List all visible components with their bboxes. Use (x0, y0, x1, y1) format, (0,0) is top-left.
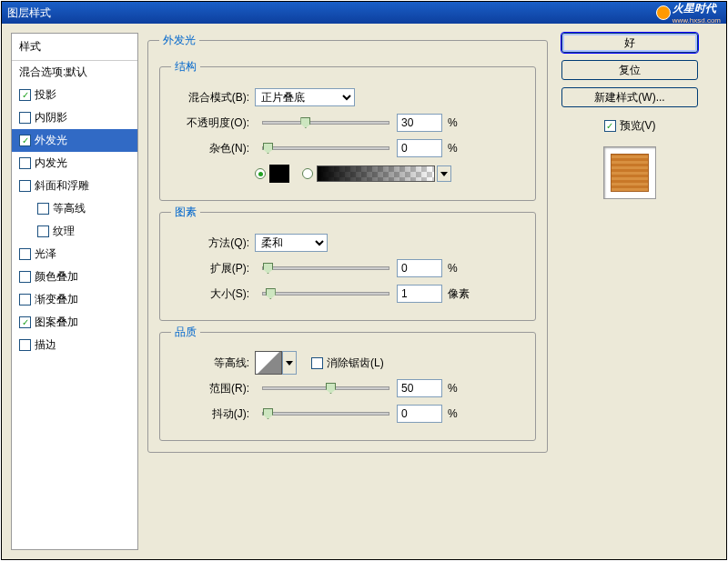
spread-unit: % (448, 262, 458, 275)
range-unit: % (448, 382, 458, 395)
main-panel: 外发光 结构 混合模式(B): 正片叠底 不透明度(O): % 杂色(N): %… (147, 33, 548, 550)
jitter-slider[interactable] (262, 412, 389, 416)
outer-glow-fieldset: 外发光 结构 混合模式(B): 正片叠底 不透明度(O): % 杂色(N): %… (147, 33, 548, 453)
size-slider[interactable] (262, 292, 389, 296)
gradient-radio[interactable] (302, 168, 313, 179)
spread-input[interactable] (397, 259, 442, 277)
blend-mode-label: 混合模式(B): (171, 90, 255, 105)
color-radio[interactable] (255, 168, 266, 179)
panel-title: 外发光 (159, 33, 199, 48)
sidebar-item-label: 内发光 (35, 155, 67, 171)
sidebar-item-7[interactable]: 光泽 (12, 243, 137, 265)
sidebar-item-label: 渐变叠加 (35, 292, 78, 307)
sidebar-item-10[interactable]: ✓图案叠加 (12, 311, 137, 334)
elements-fieldset: 图素 方法(Q): 柔和 扩展(P): % 大小(S): 像素 (159, 205, 536, 321)
sidebar-item-label: 描边 (35, 337, 56, 353)
checkbox[interactable] (37, 203, 49, 215)
brand: 火星时代 www.hxsd.com (656, 1, 721, 25)
sidebar-item-0[interactable]: ✓投影 (12, 84, 137, 106)
jitter-unit: % (448, 407, 458, 420)
sidebar-item-label: 图案叠加 (35, 315, 78, 330)
spread-label: 扩展(P): (171, 261, 255, 276)
preview-checkbox[interactable]: ✓ (604, 120, 616, 132)
color-swatch[interactable] (269, 165, 289, 183)
elements-legend: 图素 (171, 205, 200, 220)
gradient-preview[interactable] (317, 165, 435, 182)
preview-label: 预览(V) (620, 118, 656, 134)
sidebar-item-label: 投影 (35, 87, 56, 103)
chevron-down-icon (286, 361, 293, 366)
method-label: 方法(Q): (171, 235, 255, 251)
wood-swatch (611, 154, 649, 192)
opacity-input[interactable] (397, 114, 442, 132)
checkbox[interactable] (19, 157, 31, 169)
sidebar-item-1[interactable]: 内阴影 (12, 106, 137, 129)
gradient-dropdown[interactable] (437, 165, 451, 182)
range-slider[interactable] (262, 386, 389, 390)
brand-name: 火星时代 (672, 1, 721, 16)
spread-slider[interactable] (262, 266, 389, 270)
checkbox[interactable]: ✓ (19, 316, 31, 328)
opacity-unit: % (448, 116, 458, 129)
jitter-label: 抖动(J): (171, 406, 255, 422)
checkbox[interactable] (37, 225, 49, 237)
method-select[interactable]: 柔和 (255, 234, 328, 252)
contour-picker[interactable] (255, 351, 282, 375)
jitter-input[interactable] (397, 405, 442, 423)
range-label: 范围(R): (171, 381, 255, 396)
sidebar-item-label: 颜色叠加 (35, 269, 78, 285)
antialias-checkbox[interactable] (311, 357, 323, 369)
sidebar-item-label: 光泽 (35, 246, 56, 262)
structure-legend: 结构 (171, 59, 200, 75)
blend-mode-select[interactable]: 正片叠底 (255, 88, 355, 106)
opacity-slider[interactable] (262, 121, 389, 125)
noise-slider[interactable] (262, 146, 389, 150)
right-panel: 好 复位 新建样式(W)... ✓ 预览(V) (557, 33, 703, 550)
ok-button[interactable]: 好 (561, 33, 698, 53)
sidebar-item-3[interactable]: 内发光 (12, 152, 137, 175)
window-title: 图层样式 (7, 5, 51, 21)
sidebar-item-2[interactable]: ✓外发光 (12, 129, 137, 152)
contour-label: 等高线: (171, 356, 255, 371)
checkbox[interactable] (19, 248, 31, 260)
sidebar-item-9[interactable]: 渐变叠加 (12, 288, 137, 311)
styles-sidebar: 样式 混合选项:默认 ✓投影内阴影✓外发光内发光斜面和浮雕等高线纹理光泽颜色叠加… (11, 33, 138, 550)
size-unit: 像素 (448, 286, 470, 302)
sidebar-item-label: 纹理 (53, 224, 75, 239)
sidebar-item-5[interactable]: 等高线 (12, 197, 137, 220)
checkbox[interactable] (19, 180, 31, 192)
sidebar-item-label: 内阴影 (35, 110, 67, 125)
blend-options-row[interactable]: 混合选项:默认 (12, 61, 137, 84)
titlebar: 图层样式 火星时代 www.hxsd.com (2, 2, 726, 24)
checkbox[interactable] (19, 294, 31, 306)
checkbox[interactable] (19, 271, 31, 283)
sidebar-item-4[interactable]: 斜面和浮雕 (12, 175, 137, 197)
sidebar-item-11[interactable]: 描边 (12, 334, 137, 356)
range-input[interactable] (397, 379, 442, 397)
noise-unit: % (448, 142, 458, 155)
contour-dropdown[interactable] (282, 351, 297, 375)
sidebar-item-6[interactable]: 纹理 (12, 220, 137, 243)
cancel-button[interactable]: 复位 (561, 60, 698, 80)
quality-fieldset: 品质 等高线: 消除锯齿(L) 范围(R): % 抖动(J): % (159, 325, 536, 441)
sidebar-header[interactable]: 样式 (12, 34, 137, 61)
structure-fieldset: 结构 混合模式(B): 正片叠底 不透明度(O): % 杂色(N): % (159, 59, 536, 201)
checkbox[interactable] (19, 112, 31, 124)
checkbox[interactable]: ✓ (19, 135, 31, 146)
noise-label: 杂色(N): (171, 141, 255, 156)
checkbox[interactable] (19, 339, 31, 351)
opacity-label: 不透明度(O): (171, 115, 255, 131)
noise-input[interactable] (397, 139, 442, 157)
quality-legend: 品质 (171, 325, 200, 340)
sidebar-item-8[interactable]: 颜色叠加 (12, 265, 137, 288)
brand-icon (656, 5, 671, 20)
size-label: 大小(S): (171, 286, 255, 302)
brand-url: www.hxsd.com (672, 16, 721, 25)
new-style-button[interactable]: 新建样式(W)... (561, 87, 698, 107)
checkbox[interactable]: ✓ (19, 89, 31, 101)
preview-thumbnail (603, 146, 656, 199)
sidebar-item-label: 斜面和浮雕 (35, 178, 89, 194)
antialias-label: 消除锯齿(L) (327, 356, 384, 371)
sidebar-item-label: 外发光 (35, 133, 67, 148)
size-input[interactable] (397, 285, 442, 303)
